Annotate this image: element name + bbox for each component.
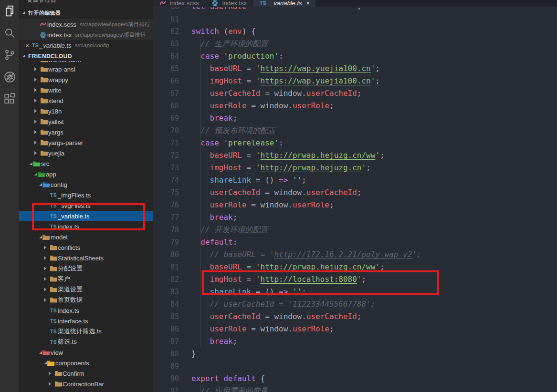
line-number[interactable]: 65: [153, 62, 179, 75]
code-line-68[interactable]: 68 userRole = window.userRole;: [153, 100, 557, 112]
line-number[interactable]: 87: [153, 335, 179, 348]
chevron-right-icon[interactable]: [34, 67, 37, 71]
chevron-right-icon[interactable]: [44, 288, 46, 291]
code-line-73[interactable]: 73 imgHost = 'http://prwap.hejuzg.cn';: [153, 162, 557, 174]
code-line-78[interactable]: 78 // 开发环境的配置: [153, 224, 557, 236]
tree-item-yargs-parser[interactable]: yargs-parser: [19, 137, 153, 148]
tree-item-yargs[interactable]: yargs: [19, 127, 153, 137]
line-number[interactable]: 77: [153, 211, 179, 224]
line-number[interactable]: 67: [153, 87, 179, 100]
chevron-right-icon[interactable]: [34, 130, 37, 134]
line-number[interactable]: 71: [153, 137, 179, 149]
chevron-right-icon[interactable]: [34, 78, 37, 82]
tree-item-xtend[interactable]: xtend: [19, 95, 153, 106]
line-number[interactable]: 63: [153, 38, 179, 50]
code-line-83[interactable]: 83 shareLink = () => '';: [153, 286, 557, 298]
tree-item-y18n[interactable]: y18n: [19, 106, 153, 116]
code-line-88[interactable]: 88}: [153, 348, 557, 360]
code-line-76[interactable]: 76 userRole = window.userRole;: [153, 199, 557, 211]
tree-item-conflicts[interactable]: conflicts: [19, 242, 153, 253]
code-line-85[interactable]: 85 userCacheId = window.userCacheId;: [153, 310, 557, 323]
code-area[interactable]: 60let userRole ;6162switch (env) {63 // …: [153, 0, 557, 392]
chevron-right-icon[interactable]: [49, 382, 51, 386]
tab--variable-ts[interactable]: TS_variable.ts×: [253, 0, 315, 7]
line-number[interactable]: 78: [153, 224, 179, 236]
line-number[interactable]: 76: [153, 199, 179, 211]
line-number[interactable]: 84: [153, 298, 179, 310]
line-number[interactable]: 90: [153, 372, 179, 385]
tab-index-scss[interactable]: index.scss: [153, 0, 205, 7]
chevron-right-icon[interactable]: [44, 267, 46, 270]
open-editors-header[interactable]: 打开的编辑器: [19, 8, 153, 18]
tree-item-分配设置[interactable]: 分配设置: [19, 263, 153, 274]
tree-item-wrap-ansi[interactable]: wrap-ansi: [19, 64, 153, 74]
tree-item--imgfiles-ts[interactable]: TS_imgFiles.ts: [19, 190, 153, 200]
code-line-66[interactable]: 66 imgHost = 'https://wap.yuejia100.cn';: [153, 75, 557, 87]
open-editor-index-scss[interactable]: index.scsssrc\app\view\pages\项目排行: [19, 19, 153, 30]
close-editor-icon[interactable]: ×: [23, 42, 31, 49]
code-line-72[interactable]: 72 baseURL = 'http://prwap.hejuzg.cn/ww'…: [153, 149, 557, 162]
tree-item-src[interactable]: src: [19, 158, 153, 169]
line-number[interactable]: 74: [153, 174, 179, 186]
tree-item-渠道统计筛选-ts[interactable]: TS渠道统计筛选.ts: [19, 326, 153, 337]
tree-item-interface-ts[interactable]: TSinterface.ts: [19, 316, 153, 326]
line-number[interactable]: 72: [153, 149, 179, 162]
line-number[interactable]: 62: [153, 25, 179, 38]
tab-index-tsx[interactable]: index.tsx: [205, 0, 252, 7]
tree-item-model[interactable]: model: [19, 232, 153, 242]
tree-item-wrappy[interactable]: wrappy: [19, 74, 153, 85]
code-line-67[interactable]: 67 userCacheId = window.userCacheId;: [153, 87, 557, 100]
code-line-64[interactable]: 64 case 'production':: [153, 50, 557, 62]
chevron-right-icon[interactable]: [44, 277, 46, 281]
tree-item--variable-ts[interactable]: TS_variable.ts: [19, 211, 153, 221]
tree-item-contractionbar[interactable]: ContractionBar: [19, 379, 153, 389]
chevron-right-icon[interactable]: [34, 99, 37, 103]
tree-item-index-ts[interactable]: TSindex.ts: [19, 221, 153, 232]
code-line-74[interactable]: 74 shareLink = () => '';: [153, 174, 557, 186]
line-number[interactable]: 68: [153, 100, 179, 112]
code-line-62[interactable]: 62switch (env) {: [153, 25, 557, 38]
line-number[interactable]: 61: [153, 13, 179, 25]
tree-item-yallist[interactable]: yallist: [19, 116, 153, 127]
line-number[interactable]: 86: [153, 323, 179, 335]
tree-item-statisticalsheets[interactable]: StatisticalSheets: [19, 253, 153, 263]
code-line-82[interactable]: 82 imgHost = 'http://localhost:8080';: [153, 273, 557, 286]
line-number[interactable]: 70: [153, 124, 179, 137]
code-line-79[interactable]: 79 default:: [153, 236, 557, 248]
code-line-87[interactable]: 87 break;: [153, 335, 557, 348]
chevron-right-icon[interactable]: [34, 120, 37, 124]
tree-item-首页数据[interactable]: 首页数据: [19, 295, 153, 305]
tree-item-write[interactable]: write: [19, 85, 153, 95]
tree-item--svgfiles-ts[interactable]: TS_svgFiles.ts: [19, 200, 153, 211]
code-line-77[interactable]: 77 break;: [153, 211, 557, 224]
code-line-86[interactable]: 86 userRole = window.userRole;: [153, 323, 557, 335]
code-line-75[interactable]: 75 userCacheId = window.userCacheId;: [153, 186, 557, 199]
code-line-91[interactable]: 91 // 应用需要的变量: [153, 385, 557, 392]
tree-item-index-ts[interactable]: TSindex.ts: [19, 305, 153, 316]
tree-item-components[interactable]: components: [19, 358, 153, 368]
chevron-right-icon[interactable]: [34, 151, 37, 155]
line-number[interactable]: 66: [153, 75, 179, 87]
line-number[interactable]: 85: [153, 310, 179, 323]
line-number[interactable]: 91: [153, 385, 179, 392]
tree-item-app[interactable]: app: [19, 169, 153, 179]
line-number[interactable]: 79: [153, 236, 179, 248]
line-number[interactable]: 82: [153, 273, 179, 286]
search-icon[interactable]: [0, 22, 19, 44]
open-editor-index-tsx[interactable]: index.tsxsrc\app\view\pages\项目排行: [19, 30, 153, 40]
line-number[interactable]: 69: [153, 112, 179, 124]
tree-item-confirm[interactable]: Confirm: [19, 368, 153, 379]
line-number[interactable]: 73: [153, 162, 179, 174]
close-tab-icon[interactable]: ×: [306, 0, 310, 7]
tree-item-筛选-ts[interactable]: TS筛选.ts: [19, 337, 153, 347]
code-line-65[interactable]: 65 baseURL = 'https://wap.yuejia100.cn';: [153, 62, 557, 75]
code-line-84[interactable]: 84 // userCacheId = '1122334455667788';: [153, 298, 557, 310]
chevron-right-icon[interactable]: [44, 256, 46, 260]
tree-item-yuejia[interactable]: yuejia: [19, 148, 153, 158]
code-line-63[interactable]: 63 // 生产环境的配置: [153, 38, 557, 50]
code-line-81[interactable]: 81 baseURL = 'http://prwap.hejuzg.cn/ww'…: [153, 261, 557, 273]
chevron-right-icon[interactable]: [44, 298, 46, 302]
code-line-69[interactable]: 69 break;: [153, 112, 557, 124]
code-line-61[interactable]: 61: [153, 13, 557, 25]
line-number[interactable]: 75: [153, 186, 179, 199]
